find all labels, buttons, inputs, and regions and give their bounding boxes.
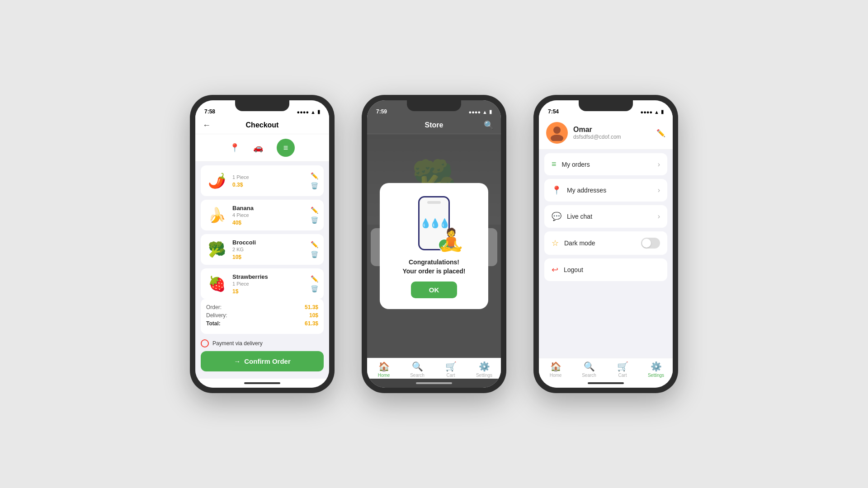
profile-bottom-nav: 🏠 Home 🔍 Search 🛒 Cart ⚙️ Settings — [539, 358, 673, 379]
ok-button[interactable]: OK — [411, 282, 458, 298]
cart-icon: 🛒 — [617, 361, 628, 372]
orders-icon: ≡ — [552, 160, 557, 169]
phone-checkout: 7:58 ●●●● ▲ ▮ ← Checkout 📍 🚗 ≡ 🌶️ — [190, 95, 335, 393]
edit-icon[interactable]: ✏️ — [311, 275, 318, 282]
total-value: 61.3$ — [305, 320, 318, 327]
notch — [235, 100, 289, 111]
menu-item-darkmode[interactable]: ☆ Dark mode — [544, 231, 667, 255]
status-icons: ●●●● ▲ ▮ — [641, 109, 664, 115]
home-bar — [244, 382, 280, 384]
menu-item-livechat[interactable]: 💬 Live chat › — [544, 205, 667, 228]
menu-item-logout[interactable]: ↩ Logout — [544, 258, 667, 281]
edit-profile-icon[interactable]: ✏️ — [656, 129, 665, 137]
home-bar — [588, 382, 624, 384]
item-image: 🍌 — [206, 204, 228, 226]
status-icons: ●●●● ▲ ▮ — [469, 109, 492, 115]
arrow-icon: → — [234, 357, 241, 365]
confirm-order-button[interactable]: → Confirm Order — [201, 351, 324, 371]
order-success-modal: 💧💧💧 ✓ 🧘 Congratulations! Your order is p… — [380, 183, 488, 309]
item-actions: ✏️ 🗑️ — [311, 275, 318, 292]
cart-item: 🌶️ 1 Piece 0.3$ ✏️ 🗑️ — [201, 165, 324, 196]
cart-item: 🍌 Banana 4 Piece 40$ ✏️ 🗑️ — [201, 200, 324, 230]
profile-email: dsfsdfsd@cdof.com — [573, 134, 651, 140]
nav-search[interactable]: 🔍 Search — [572, 361, 606, 378]
nav-cart[interactable]: 🛒 Cart — [434, 361, 467, 378]
order-value: 51.3$ — [305, 304, 318, 310]
item-info: 1 Piece 0.3$ — [232, 174, 306, 188]
home-indicator — [195, 379, 329, 388]
item-qty: 2 KG — [232, 247, 306, 252]
home-label: Home — [550, 373, 562, 378]
item-name: Strawberries — [232, 273, 306, 280]
profile-info: Omar dsfsdfsd@cdof.com — [573, 126, 651, 140]
delete-icon[interactable]: 🗑️ — [311, 251, 318, 258]
order-label: Order: — [206, 304, 222, 310]
item-image: 🥦 — [206, 239, 228, 260]
phone-profile: 7:54 ●●●● ▲ ▮ Omar dsfsdfsd@cdof.com — [533, 95, 678, 393]
nav-cart[interactable]: 🛒 Cart — [606, 361, 639, 378]
location-tab[interactable]: 📍 — [230, 143, 240, 153]
delete-icon[interactable]: 🗑️ — [311, 216, 318, 224]
back-button[interactable]: ← — [203, 121, 211, 130]
orders-label: My orders — [562, 161, 652, 168]
cart-label: Cart — [447, 373, 455, 378]
home-label: Home — [378, 373, 390, 378]
nav-settings[interactable]: ⚙️ Settings — [639, 361, 673, 378]
confirm-btn-label: Confirm Order — [244, 357, 291, 365]
item-price: 0.3$ — [232, 182, 306, 188]
cart-item: 🥦 Broccoli 2 KG 10$ ✏️ 🗑️ — [201, 234, 324, 265]
payment-radio[interactable] — [201, 339, 209, 347]
svg-point-1 — [551, 135, 563, 141]
cart-items-list: 🌶️ 1 Piece 0.3$ ✏️ 🗑️ 🍌 Banana 4 Piece — [195, 162, 329, 299]
item-price: 10$ — [232, 254, 306, 260]
delete-icon[interactable]: 🗑️ — [311, 285, 318, 292]
item-name: Banana — [232, 205, 306, 211]
search-icon[interactable]: 🔍 — [484, 120, 494, 130]
nav-search[interactable]: 🔍 Search — [401, 361, 434, 378]
payment-method[interactable]: Payment via delivery — [201, 339, 324, 347]
wifi-icon: ▲ — [482, 109, 487, 115]
list-tab[interactable]: ≡ — [277, 139, 295, 157]
nav-home[interactable]: 🏠 Home — [367, 361, 401, 378]
darkmode-label: Dark mode — [564, 239, 636, 247]
car-tab[interactable]: 🚗 — [253, 143, 263, 153]
profile-screen: Omar dsfsdfsd@cdof.com ✏️ ≡ My orders › … — [539, 117, 673, 379]
battery-icon: ▮ — [661, 109, 664, 115]
battery-icon: ▮ — [317, 109, 320, 115]
profile-name: Omar — [573, 126, 651, 134]
wifi-icon: ▲ — [311, 109, 316, 115]
edit-icon[interactable]: ✏️ — [311, 172, 318, 179]
address-icon: 📍 — [552, 185, 561, 195]
signal-icon: ●●●● — [641, 109, 653, 115]
payment-label: Payment via delivery — [212, 340, 263, 347]
svg-point-0 — [553, 127, 561, 134]
item-actions: ✏️ 🗑️ — [311, 172, 318, 189]
bottom-nav: 🏠 Home 🔍 Search 🛒 Cart ⚙️ Settings — [367, 358, 501, 379]
modal-success-text: Congratulations! Your order is placed! — [403, 258, 466, 276]
logout-label: Logout — [564, 266, 660, 273]
delivery-value: 10$ — [309, 312, 318, 319]
cart-icon: 🛒 — [445, 361, 457, 372]
chevron-right-icon: › — [658, 160, 660, 169]
status-icons: ●●●● ▲ ▮ — [297, 109, 320, 115]
delete-icon[interactable]: 🗑️ — [311, 182, 318, 189]
delivery-label: Delivery: — [206, 312, 227, 319]
summary-total-row: Total: 61.3$ — [206, 320, 318, 327]
edit-icon[interactable]: ✏️ — [311, 241, 318, 248]
time: 7:59 — [376, 108, 387, 115]
dark-mode-toggle[interactable] — [641, 238, 660, 249]
menu-item-addresses[interactable]: 📍 My addresses › — [544, 179, 667, 202]
nav-home[interactable]: 🏠 Home — [539, 361, 572, 378]
search-label: Search — [410, 373, 425, 378]
item-info: Banana 4 Piece 40$ — [232, 205, 306, 226]
summary-order-row: Order: 51.3$ — [206, 304, 318, 310]
total-label: Total: — [206, 320, 221, 327]
edit-icon[interactable]: ✏️ — [311, 206, 318, 214]
phone-store: 7:59 ●●●● ▲ ▮ Store 🔍 🥦 💧💧💧 — [362, 95, 506, 393]
nav-settings[interactable]: ⚙️ Settings — [467, 361, 501, 378]
chevron-right-icon: › — [658, 186, 660, 194]
home-icon: 🏠 — [378, 361, 390, 372]
chevron-right-icon: › — [658, 212, 660, 221]
menu-item-orders[interactable]: ≡ My orders › — [544, 153, 667, 175]
home-indicator — [539, 379, 673, 388]
